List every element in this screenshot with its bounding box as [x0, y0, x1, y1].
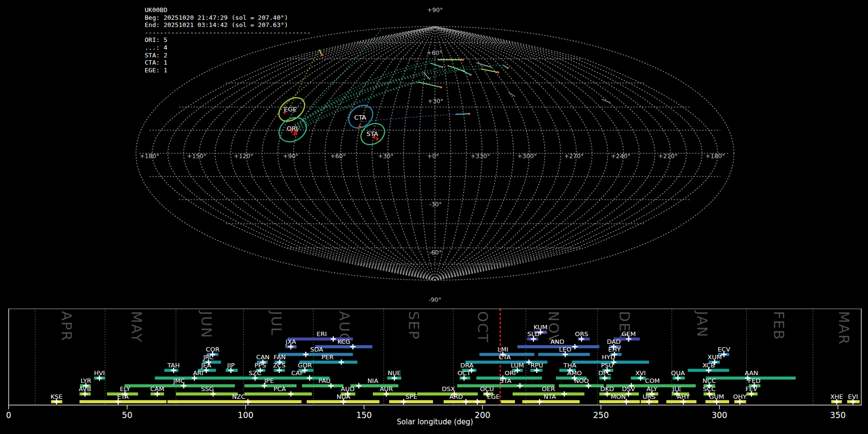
shower-bar-NOO [559, 384, 604, 387]
shower-label-QUA: QUA [671, 369, 685, 377]
shower-label-ERI: ERI [316, 330, 326, 338]
shower-label-LEO: LEO [559, 346, 571, 353]
latitude-label: +60° [427, 49, 443, 56]
shower-peak-ERI [331, 337, 336, 342]
x-tick-label: 250 [593, 410, 609, 420]
shower-label-JPE: JPE [264, 377, 274, 384]
shower-label-DPC: DPC [598, 369, 611, 377]
shower-activity-timeline: APRMAYJUNJULAUGSEPOCTNOVDECJANFEBMARKUME… [0, 309, 868, 434]
latitude-label: +90° [427, 6, 443, 14]
radiant-label-EGE: EGE [284, 106, 297, 113]
shower-label-XVI: XVI [635, 369, 646, 377]
shower-label-OCT: OCT [458, 369, 471, 377]
shower-label-JRC: JRC [203, 353, 214, 361]
shower-label-THA: THA [563, 362, 577, 369]
x-axis-title: Solar longitude (deg) [397, 418, 473, 426]
shower-peak-OER [562, 392, 567, 397]
month-label-JAN: JAN [694, 310, 710, 338]
shower-label-ARI: ARI [193, 369, 203, 377]
longitude-label: +330° [471, 152, 490, 160]
shower-bar-SPE [389, 400, 433, 403]
meteor-trail [456, 114, 469, 114]
meteor-end-dot [497, 71, 499, 73]
shower-label-SDA: SDA [310, 346, 323, 353]
shower-label-PAU: PAU [318, 377, 330, 384]
shower-label-ORI: ORI [505, 369, 516, 377]
shower-label-AND: AND [551, 338, 565, 345]
shower-label-DKD: DKD [600, 385, 614, 393]
shower-label-AMO: AMO [567, 369, 582, 377]
shower-bar-PAU [302, 384, 343, 387]
x-tick-label: 300 [712, 410, 727, 420]
shower-label-PER: PER [322, 353, 334, 361]
shower-label-DRA: DRA [460, 362, 474, 369]
shower-label-TAH: TAH [167, 362, 180, 369]
meteor-end-dot [470, 74, 472, 76]
header-line: End: 20251021 03:14:42 (sol = 207.63°) [145, 21, 311, 29]
shower-label-SZC: SZC [249, 369, 261, 377]
meteor-trail-extension [295, 65, 503, 124]
shower-label-STA: STA [500, 377, 511, 384]
shower-bar-NTA [522, 400, 580, 403]
header-line: STA: 2 [145, 52, 311, 59]
shower-label-SLD: SLD [527, 330, 540, 338]
shower-label-ORS: ORS [575, 330, 588, 338]
latitude-label: -60° [429, 249, 442, 256]
shower-label-JEA: JEA [201, 362, 211, 369]
latitude-label: +30° [428, 97, 444, 105]
shower-label-JIP: JIP [227, 362, 235, 369]
shower-label-AUD: AUD [341, 385, 354, 393]
shower-label-GEM: GEM [622, 330, 636, 338]
radiant-label-ORI: ORI [286, 125, 298, 132]
shower-bar-NZC [167, 400, 301, 403]
shower-label-DAD: DAD [607, 338, 621, 345]
shower-label-AAN: AAN [745, 369, 758, 377]
shower-label-FAN: FAN [274, 353, 286, 361]
shower-label-ELY: ELY [120, 385, 130, 393]
meteor-summary-plot: UK00BDBeg: 20251020 21:47:29 (sol = 207.… [0, 0, 868, 434]
longitude-label: +270° [564, 152, 584, 160]
header-line: EGE: 1 [145, 67, 311, 74]
shower-label-PPS: PPS [255, 362, 266, 369]
x-tick-label: 200 [475, 410, 490, 420]
shower-label-GDR: GDR [298, 362, 312, 369]
shower-label-NDA: NDA [337, 393, 351, 400]
shower-label-MON: MON [611, 393, 626, 400]
shower-label-NUE: NUE [388, 369, 401, 377]
shower-bar-AND [517, 345, 599, 348]
x-tick-label: 0 [6, 410, 12, 420]
shower-label-OCU: OCU [480, 385, 494, 393]
shower-label-XUM: XUM [707, 353, 722, 361]
longitude-label: +180° [705, 152, 725, 160]
shower-label-CAM: CAM [150, 385, 164, 393]
meteor-end-dot [462, 59, 464, 61]
shower-label-URS: URS [643, 393, 656, 400]
station-id: UK00BD [145, 6, 311, 14]
meteor-end-dot [321, 54, 323, 56]
shower-label-LUM: LUM [511, 362, 524, 369]
shower-label-FEV: FEV [746, 385, 758, 393]
shower-label-ARD: ARD [449, 393, 463, 400]
meteor-trail [509, 93, 515, 96]
longitude-label: +180° [140, 152, 160, 160]
month-label-FEB: FEB [771, 311, 787, 340]
header-line: ----------------------------------------… [145, 29, 311, 37]
shower-label-NOO: NOO [574, 377, 589, 384]
shower-label-SCC: SCC [703, 385, 716, 393]
shower-label-JMC: JMC [173, 377, 185, 384]
shower-peak-CAP [307, 376, 312, 381]
shower-label-CAP: CAP [291, 369, 304, 377]
month-label-OCT: OCT [475, 311, 491, 343]
shower-label-KUM: KUM [534, 324, 548, 331]
longitude-label: +150° [187, 152, 207, 160]
shower-label-AHY: AHY [677, 393, 690, 400]
longitude-label: +30° [378, 152, 394, 160]
meteor-trail-extension [295, 69, 481, 125]
header-line: CTA: 1 [145, 59, 311, 67]
shower-bar-DSX [417, 393, 478, 395]
shower-label-DSV: DSV [622, 385, 635, 393]
shower-label-NZC: NZC [232, 393, 245, 400]
radiant-sky-map: EGEORICTASTA+180°+150°+120°+90°+60°+30°+… [0, 0, 868, 309]
shower-label-OER: OER [542, 385, 555, 393]
meteor-trail [481, 69, 498, 72]
